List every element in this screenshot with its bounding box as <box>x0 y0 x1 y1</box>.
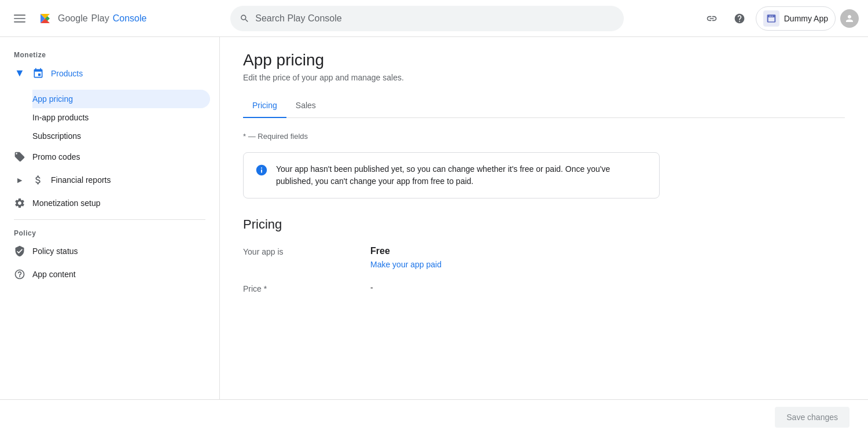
page-title: App pricing <box>243 51 845 69</box>
price-row: Price * - <box>243 283 845 293</box>
monetization-setup-label: Monetization setup <box>32 198 101 208</box>
financial-icon <box>32 174 44 186</box>
policy-section-label: Policy <box>0 225 219 240</box>
bottom-bar: Save changes <box>0 399 868 434</box>
sidebar-item-monetization-setup[interactable]: Monetization setup <box>0 192 210 215</box>
menu-icon[interactable] <box>9 8 30 29</box>
help-icon-button[interactable] <box>728 7 751 30</box>
info-icon <box>255 164 268 179</box>
app-pricing-label: App pricing <box>32 94 73 104</box>
header-right: Dummy App <box>700 6 859 31</box>
svg-rect-1 <box>14 18 25 19</box>
save-changes-button[interactable]: Save changes <box>775 407 849 428</box>
financial-chevron-icon: ▶ <box>14 176 25 184</box>
brand-console: Console <box>113 13 147 24</box>
pricing-section-title: Pricing <box>243 217 845 232</box>
sidebar-item-in-app-products[interactable]: In-app products <box>32 108 210 127</box>
app-content-label: App content <box>32 270 76 279</box>
price-value-wrap: - <box>370 283 373 292</box>
promo-codes-icon <box>14 151 25 163</box>
search-input[interactable] <box>255 13 615 24</box>
products-icon <box>32 68 44 79</box>
body-wrap: Monetize ▼ Products App pricing In-app p… <box>0 37 868 434</box>
brand-play: Play <box>91 13 109 24</box>
app-name: Dummy App <box>784 14 828 23</box>
monetize-section-label: Monetize <box>0 46 219 61</box>
info-box-text: Your app hasn't been published yet, so y… <box>276 163 648 187</box>
app-content-icon <box>14 269 25 280</box>
make-app-paid-link[interactable]: Make your app paid <box>370 260 442 269</box>
price-value: - <box>370 283 373 292</box>
your-app-is-value: Free <box>370 246 442 256</box>
in-app-products-label: In-app products <box>32 113 89 122</box>
policy-status-label: Policy status <box>32 247 78 256</box>
products-label: Products <box>51 69 83 78</box>
promo-codes-label: Promo codes <box>32 152 80 161</box>
sidebar-divider-1 <box>14 219 205 220</box>
play-console-logo <box>36 9 54 28</box>
header: Google Play Console Dummy App <box>0 0 868 37</box>
subscriptions-label: Subscriptions <box>32 131 81 141</box>
brand-google: Google <box>58 13 88 24</box>
svg-rect-0 <box>14 14 25 16</box>
policy-status-icon <box>14 245 25 257</box>
sidebar-item-app-pricing[interactable]: App pricing <box>32 90 210 108</box>
sidebar-item-subscriptions[interactable]: Subscriptions <box>32 127 210 145</box>
sidebar-item-financial-reports[interactable]: ▶ Financial reports <box>0 168 210 192</box>
logo-area: Google Play Console <box>36 9 146 28</box>
your-app-is-value-wrap: Free Make your app paid <box>370 246 442 269</box>
monetization-icon <box>14 197 25 209</box>
page-subtitle: Edit the price of your app and manage sa… <box>243 73 845 82</box>
app-icon <box>763 10 779 27</box>
sidebar-item-app-content[interactable]: App content <box>0 263 210 286</box>
search-bar <box>230 6 624 31</box>
your-app-is-row: Your app is Free Make your app paid <box>243 246 845 269</box>
tabs-bar: Pricing Sales <box>243 94 845 118</box>
chevron-icon: ▼ <box>14 67 25 79</box>
svg-rect-2 <box>14 21 25 23</box>
header-left: Google Play Console <box>9 8 223 29</box>
required-fields-note: * — Required fields <box>243 132 845 141</box>
avatar[interactable] <box>840 9 859 28</box>
price-label: Price * <box>243 283 359 293</box>
your-app-is-label: Your app is <box>243 246 359 256</box>
app-selector[interactable]: Dummy App <box>756 6 836 31</box>
sidebar-item-promo-codes[interactable]: Promo codes <box>0 145 210 168</box>
link-icon-button[interactable] <box>700 7 723 30</box>
sidebar-item-policy-status[interactable]: Policy status <box>0 240 210 263</box>
tab-pricing[interactable]: Pricing <box>243 94 286 118</box>
products-subitems: App pricing In-app products Subscription… <box>0 85 219 145</box>
search-icon <box>240 13 249 24</box>
sidebar-item-products[interactable]: ▼ Products <box>0 61 210 85</box>
info-box: Your app hasn't been published yet, so y… <box>243 152 660 198</box>
main-content: App pricing Edit the price of your app a… <box>220 37 868 434</box>
financial-reports-label: Financial reports <box>51 175 111 185</box>
tab-sales[interactable]: Sales <box>286 94 325 118</box>
sidebar: Monetize ▼ Products App pricing In-app p… <box>0 37 220 434</box>
